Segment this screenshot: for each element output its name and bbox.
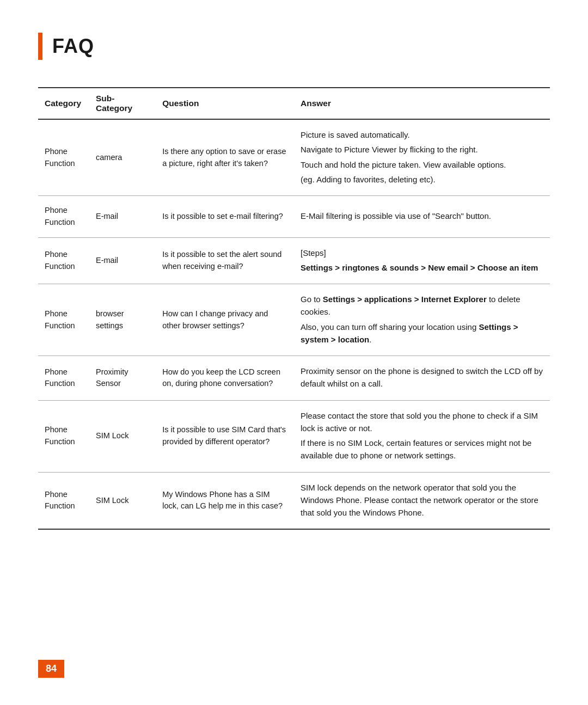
cell-subcategory: browser settings [89, 284, 156, 356]
cell-subcategory: Proximity Sensor [89, 356, 156, 401]
cell-answer: Go to Settings > applications > Internet… [294, 284, 550, 356]
cell-subcategory: E-mail [89, 196, 156, 238]
answer-paragraph: Settings > ringtones & sounds > New emai… [301, 261, 543, 274]
table-row: Phone FunctionE-mailIs it possible to se… [38, 237, 550, 284]
col-header-answer: Answer [294, 88, 550, 119]
faq-table: Category Sub-Category Question Answer Ph… [38, 87, 550, 530]
answer-paragraph: [Steps] [301, 247, 543, 259]
cell-answer: Please contact the store that sold you t… [294, 400, 550, 472]
cell-subcategory: SIM Lock [89, 400, 156, 472]
col-header-question: Question [156, 88, 294, 119]
answer-paragraph: Navigate to Picture Viewer by flicking t… [301, 143, 543, 156]
answer-paragraph: (eg. Adding to favorites, deleting etc). [301, 173, 543, 186]
cell-category: Phone Function [38, 284, 89, 356]
answer-paragraph: SIM lock depends on the network operator… [301, 481, 543, 519]
cell-answer: SIM lock depends on the network operator… [294, 472, 550, 529]
answer-paragraph: Also, you can turn off sharing your loca… [301, 321, 543, 346]
cell-subcategory: camera [89, 119, 156, 196]
answer-paragraph: If there is no SIM Lock, certain feature… [301, 437, 543, 462]
cell-category: Phone Function [38, 472, 89, 529]
cell-question: Is it possible to set e-mail filtering? [156, 196, 294, 238]
cell-question: Is it possible to set the alert sound wh… [156, 237, 294, 284]
page-number: 84 [38, 660, 64, 678]
cell-answer: Proximity sensor on the phone is designe… [294, 356, 550, 401]
table-row: Phone Functionbrowser settingsHow can I … [38, 284, 550, 356]
table-row: Phone FunctionSIM LockMy Windows Phone h… [38, 472, 550, 529]
table-row: Phone FunctionProximity SensorHow do you… [38, 356, 550, 401]
answer-paragraph: Go to Settings > applications > Internet… [301, 293, 543, 318]
cell-question: How do you keep the LCD screen on, durin… [156, 356, 294, 401]
col-header-category: Category [38, 88, 89, 119]
answer-paragraph: E-Mail filtering is possible via use of … [301, 210, 543, 222]
cell-question: How can I change privacy and other brows… [156, 284, 294, 356]
cell-category: Phone Function [38, 237, 89, 284]
cell-subcategory: SIM Lock [89, 472, 156, 529]
page-container: FAQ Category Sub-Category Question Answe… [0, 0, 588, 573]
cell-category: Phone Function [38, 356, 89, 401]
col-header-subcategory: Sub-Category [89, 88, 156, 119]
cell-answer: [Steps]Settings > ringtones & sounds > N… [294, 237, 550, 284]
answer-paragraph: Please contact the store that sold you t… [301, 409, 543, 435]
cell-subcategory: E-mail [89, 237, 156, 284]
cell-category: Phone Function [38, 119, 89, 196]
cell-answer: Picture is saved automatically.Navigate … [294, 119, 550, 196]
orange-bar-accent [38, 33, 42, 60]
table-row: Phone FunctionSIM LockIs it possible to … [38, 400, 550, 472]
table-header: Category Sub-Category Question Answer [38, 88, 550, 119]
table-row: Phone FunctioncameraIs there any option … [38, 119, 550, 196]
cell-question: Is there any option to save or erase a p… [156, 119, 294, 196]
cell-answer: E-Mail filtering is possible via use of … [294, 196, 550, 238]
cell-question: My Windows Phone has a SIM lock, can LG … [156, 472, 294, 529]
answer-paragraph: Touch and hold the picture taken. View a… [301, 158, 543, 171]
answer-paragraph: Picture is saved automatically. [301, 128, 543, 141]
cell-category: Phone Function [38, 196, 89, 238]
page-title: FAQ [52, 35, 94, 58]
table-body: Phone FunctioncameraIs there any option … [38, 119, 550, 529]
table-row: Phone FunctionE-mailIs it possible to se… [38, 196, 550, 238]
page-header: FAQ [38, 33, 550, 60]
cell-category: Phone Function [38, 400, 89, 472]
cell-question: Is it possible to use SIM Card that's pr… [156, 400, 294, 472]
answer-paragraph: Proximity sensor on the phone is designe… [301, 365, 543, 390]
